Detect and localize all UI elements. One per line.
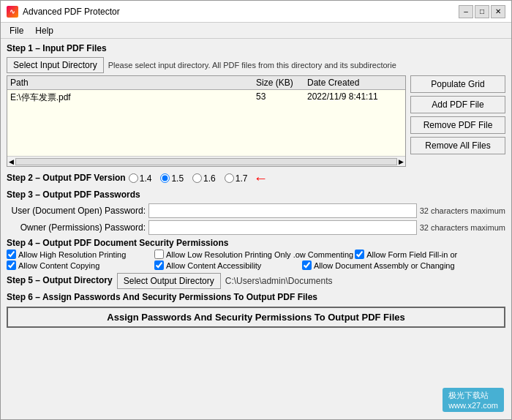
- perm-doc-assembly-label: Allow Document Assembly or Changing: [314, 261, 455, 270]
- step2-section: Step 2 – Output PDF Version 1.4 1.5 1.6 …: [7, 170, 505, 187]
- table-body: E:\停车发票.pdf 53 2022/11/9 8:41:11: [7, 90, 405, 156]
- version-1.6-label: 1.6: [203, 173, 216, 184]
- scroll-left-arrow[interactable]: ◀: [9, 158, 14, 165]
- arrow-indicator: ←: [253, 170, 268, 187]
- perm-form-fill[interactable]: Allow Form Field Fill-in or: [355, 250, 501, 259]
- close-button[interactable]: ✕: [491, 5, 505, 18]
- perm-high-res-label: Allow High Resolution Printing: [18, 250, 126, 259]
- select-output-directory-button[interactable]: Select Output Directory: [117, 273, 221, 289]
- perm-high-res-print[interactable]: Allow High Resolution Printing: [7, 250, 153, 259]
- version-1.5-label: 1.5: [171, 173, 184, 184]
- step5-header: Step 5 – Output Directory: [7, 275, 113, 285]
- col-path-header: Path: [10, 78, 256, 88]
- version-1.7-label: 1.7: [236, 173, 248, 184]
- perm-form-fill-checkbox[interactable]: [355, 250, 364, 259]
- file-action-buttons: Populate Grid Add PDF File Remove PDF Fi…: [410, 75, 505, 167]
- perm-content-copy-checkbox[interactable]: [7, 260, 16, 270]
- step1-header: Step 1 – Input PDF Files: [7, 43, 505, 53]
- file-date: 2022/11/9 8:41:11: [307, 91, 402, 104]
- owner-password-hint: 32 characters maximum: [420, 223, 505, 232]
- step6-section: Step 6 – Assign Passwords And Security P…: [7, 292, 505, 331]
- watermark-text: 极光下载站: [448, 391, 489, 400]
- version-1.6-radio[interactable]: [192, 173, 202, 183]
- user-password-input[interactable]: [148, 203, 417, 218]
- step1-section: Step 1 – Input PDF Files Select Input Di…: [7, 43, 505, 167]
- menu-bar: File Help: [1, 23, 511, 39]
- perm-low-res-label: Allow Low Resolution Printing Only .ow C…: [166, 250, 353, 259]
- perm-low-res-print[interactable]: Allow Low Resolution Printing Only .ow C…: [154, 250, 353, 259]
- step4-section: Step 4 – Output PDF Document Security Pe…: [7, 238, 505, 270]
- window-controls: – □ ✕: [459, 5, 505, 18]
- scroll-track[interactable]: [15, 158, 397, 165]
- window-title: Advanced PDF Protector: [23, 7, 120, 17]
- perm-doc-assembly[interactable]: Allow Document Assembly or Changing: [302, 260, 455, 270]
- file-table: Path Size (KB) Date Created E:\停车发票.pdf …: [7, 75, 406, 167]
- perm-low-res-checkbox[interactable]: [154, 250, 164, 259]
- step6-button-area: Assign Passwords And Security Permission…: [7, 304, 505, 331]
- app-icon: ∿: [7, 6, 18, 18]
- remove-all-files-button[interactable]: Remove All Files: [410, 137, 505, 154]
- version-1.6-option[interactable]: 1.6: [192, 173, 216, 184]
- user-password-label: User (Document Open) Password:: [7, 206, 146, 216]
- perm-content-access-label: Allow Content Accessibility: [166, 261, 261, 270]
- step6-header: Step 6 – Assign Passwords And Security P…: [7, 292, 505, 302]
- step4-header: Step 4 – Output PDF Document Security Pe…: [7, 238, 505, 248]
- perm-content-access-checkbox[interactable]: [154, 260, 164, 270]
- input-hint: Please select input directory. All PDF f…: [108, 61, 505, 70]
- version-1.7-option[interactable]: 1.7: [225, 173, 248, 184]
- version-1.4-option[interactable]: 1.4: [129, 173, 152, 184]
- perm-doc-assembly-checkbox[interactable]: [302, 260, 312, 270]
- version-radio-group: 1.4 1.5 1.6 1.7: [129, 173, 248, 184]
- user-password-row: User (Document Open) Password: 32 charac…: [7, 203, 505, 218]
- step3-section: Step 3 – Output PDF Passwords User (Docu…: [7, 190, 505, 235]
- remove-pdf-file-button[interactable]: Remove PDF File: [410, 116, 505, 134]
- version-1.7-radio[interactable]: [225, 173, 234, 183]
- version-1.4-label: 1.4: [140, 173, 152, 184]
- version-1.5-option[interactable]: 1.5: [160, 173, 184, 184]
- step3-header: Step 3 – Output PDF Passwords: [7, 190, 505, 200]
- perm-content-copy-label: Allow Content Copying: [18, 261, 99, 270]
- title-bar: ∿ Advanced PDF Protector – □ ✕: [1, 1, 511, 23]
- owner-password-label: Owner (Permissions) Password:: [7, 222, 146, 233]
- output-path: C:\Users\admin\Documents: [225, 276, 333, 286]
- perm-form-fill-label: Allow Form Field Fill-in or: [366, 250, 457, 259]
- owner-password-row: Owner (Permissions) Password: 32 charact…: [7, 220, 505, 235]
- populate-grid-button[interactable]: Populate Grid: [410, 75, 505, 93]
- assign-passwords-button[interactable]: Assign Passwords And Security Permission…: [7, 307, 505, 328]
- perm-content-access[interactable]: Allow Content Accessibility: [154, 260, 301, 270]
- horizontal-scrollbar[interactable]: ◀ ▶: [7, 156, 405, 166]
- maximize-button[interactable]: □: [475, 5, 489, 18]
- watermark: 极光下载站 www.x27.com: [443, 388, 504, 412]
- perm-content-copy[interactable]: Allow Content Copying: [7, 260, 153, 270]
- menu-help[interactable]: Help: [29, 24, 59, 37]
- step5-section: Step 5 – Output Directory Select Output …: [7, 273, 505, 289]
- owner-password-input[interactable]: [148, 220, 417, 235]
- scroll-right-arrow[interactable]: ▶: [399, 158, 404, 165]
- user-password-hint: 32 characters maximum: [420, 206, 505, 215]
- permissions-area: Allow High Resolution Printing Allow Low…: [7, 250, 505, 270]
- perm-high-res-checkbox[interactable]: [7, 250, 16, 259]
- version-1.5-radio[interactable]: [160, 173, 170, 183]
- table-header: Path Size (KB) Date Created: [7, 76, 405, 90]
- minimize-button[interactable]: –: [459, 5, 473, 18]
- watermark-url: www.x27.com: [448, 401, 498, 410]
- col-date-header: Date Created: [307, 78, 402, 88]
- file-path: E:\停车发票.pdf: [10, 91, 256, 104]
- col-size-header: Size (KB): [256, 78, 307, 88]
- file-table-area: Path Size (KB) Date Created E:\停车发票.pdf …: [7, 75, 505, 167]
- version-1.4-radio[interactable]: [129, 173, 138, 183]
- add-pdf-file-button[interactable]: Add PDF File: [410, 96, 505, 113]
- menu-file[interactable]: File: [4, 24, 29, 37]
- select-input-directory-button[interactable]: Select Input Directory: [7, 57, 104, 73]
- file-size: 53: [256, 91, 307, 104]
- table-row[interactable]: E:\停车发票.pdf 53 2022/11/9 8:41:11: [7, 90, 405, 105]
- step2-header: Step 2 – Output PDF Version: [7, 173, 126, 183]
